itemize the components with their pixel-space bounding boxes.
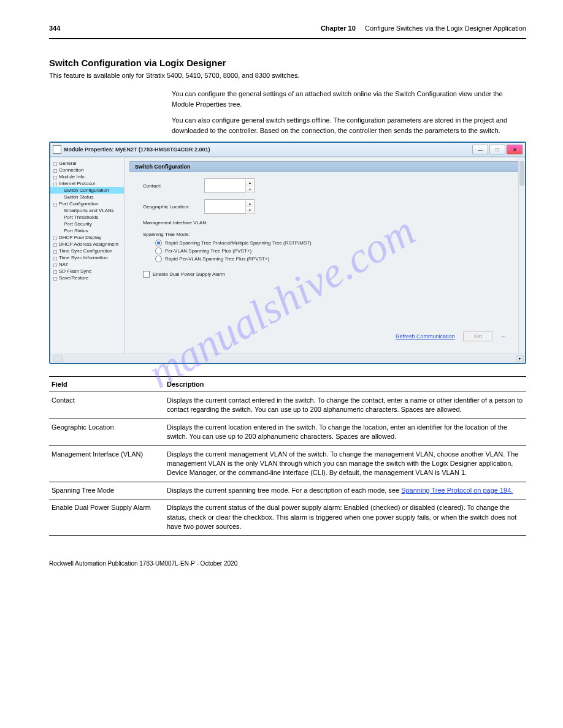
- section-para1: You can configure the general settings o…: [172, 89, 526, 109]
- nav-item-time-sync-information[interactable]: Time Sync Information: [50, 254, 124, 261]
- section-para2: You can also configure general switch se…: [172, 115, 526, 135]
- table-desc: Displays the current contact entered in …: [164, 392, 526, 419]
- nav-item-port-status[interactable]: Port Status: [50, 227, 124, 234]
- spin-down-icon[interactable]: ▾: [246, 186, 253, 193]
- table-desc: Displays the current status of the dual …: [164, 499, 526, 536]
- horizontal-scrollbar[interactable]: ▸: [50, 354, 525, 363]
- pane-title: Switch Configuration: [129, 161, 519, 172]
- table-row: Spanning Tree ModeDisplays the current s…: [49, 482, 526, 499]
- contact-label: Contact:: [143, 183, 204, 189]
- set-button[interactable]: Set: [463, 332, 492, 341]
- spin-down-icon[interactable]: ▾: [246, 207, 253, 214]
- nav-item-switch-status[interactable]: Switch Status: [50, 194, 124, 200]
- nav-item-general[interactable]: General: [50, 160, 124, 167]
- table-field: Spanning Tree Mode: [49, 482, 164, 499]
- module-properties-window: Module Properties: MyEN2T (1783-HMS8TG4C…: [49, 142, 526, 364]
- spanning-tree-radio-label: Per-VLAN Spanning Tree Plus (PVST+): [165, 248, 251, 254]
- contact-input[interactable]: ▴▾: [204, 178, 255, 193]
- geographic-location-input[interactable]: ▴▾: [204, 199, 255, 214]
- refresh-communication-link[interactable]: Refresh Communication: [396, 333, 455, 339]
- chapter-label: Chapter 10: [321, 25, 356, 32]
- cross-reference-link[interactable]: Spanning Tree Protocol on page 194.: [401, 487, 513, 494]
- titlebar: Module Properties: MyEN2T (1783-HMS8TG4C…: [50, 143, 525, 157]
- table-row: Management Interface (VLAN)Displays the …: [49, 446, 526, 482]
- table-row: Geographic LocationDisplays the current …: [49, 419, 526, 446]
- nav-item-dhcp-pool-display[interactable]: DHCP Pool Display: [50, 234, 124, 241]
- nav-item-port-thresholds[interactable]: Port Thresholds: [50, 214, 124, 221]
- dual-power-label: Enable Dual Power Supply Alarm: [153, 271, 225, 277]
- spanning-tree-radio[interactable]: [155, 256, 162, 262]
- table-field: Management Interface (VLAN): [49, 446, 164, 482]
- nav-item-connection[interactable]: Connection: [50, 167, 124, 173]
- nav-item-internet-protocol[interactable]: Internet Protocol: [50, 180, 124, 187]
- table-head-desc: Description: [164, 377, 526, 392]
- vertical-scrollbar[interactable]: [518, 157, 525, 354]
- section-title: Switch Configuration via Logix Designer: [49, 58, 526, 68]
- nav-tree: GeneralConnectionModule InfoInternet Pro…: [50, 157, 124, 354]
- nav-item-dhcp-address-assignment[interactable]: DHCP Address Assignment: [50, 241, 124, 248]
- geographic-location-label: Geographic Location:: [143, 204, 204, 210]
- spanning-tree-radio-label: Rapid Per-VLAN Spanning Tree Plus (RPVST…: [165, 256, 269, 262]
- table-field: Enable Dual Power Supply Alarm: [49, 499, 164, 536]
- table-field: Geographic Location: [49, 419, 164, 446]
- window-title: Module Properties: MyEN2T (1783-HMS8TG4C…: [64, 146, 210, 153]
- nav-item-nat[interactable]: NAT: [50, 261, 124, 268]
- nav-item-port-configuration[interactable]: Port Configuration: [50, 200, 124, 207]
- table-desc: Displays the current management VLAN of …: [164, 446, 526, 482]
- spanning-tree-radio[interactable]: [155, 248, 162, 254]
- content-pane: Switch Configuration Contact: ▴▾ Geograp…: [124, 157, 525, 354]
- maximize-button[interactable]: □: [489, 145, 505, 154]
- spanning-tree-radio-label: Rapid Spanning Tree Protocol/Multiple Sp…: [165, 240, 312, 246]
- page-number-top: 344: [49, 25, 60, 32]
- field-description-table: Field Description ContactDisplays the cu…: [49, 376, 526, 536]
- table-field: Contact: [49, 392, 164, 419]
- table-row: Enable Dual Power Supply AlarmDisplays t…: [49, 499, 526, 536]
- section-note: This feature is available only for Strat…: [49, 72, 526, 79]
- spanning-tree-label: Spanning Tree Mode:: [143, 232, 525, 237]
- publication-id: Rockwell Automation Publication 1783-UM0…: [49, 560, 237, 567]
- nav-item-time-sync-configuration[interactable]: Time Sync Configuration: [50, 248, 124, 254]
- nav-item-port-security[interactable]: Port Security: [50, 221, 124, 227]
- nav-item-save-restore[interactable]: Save/Restore: [50, 275, 124, 281]
- spin-up-icon[interactable]: ▴: [246, 180, 253, 186]
- management-vlan-label: Management Interface VLAN:: [143, 220, 235, 226]
- table-row: ContactDisplays the current contact ente…: [49, 392, 526, 419]
- minimize-button[interactable]: —: [472, 145, 488, 154]
- nav-item-sd-flash-sync[interactable]: SD Flash Sync: [50, 268, 124, 275]
- back-arrow-icon[interactable]: ←: [501, 333, 507, 339]
- breadcrumb: Configure Switches via the Logix Designe…: [365, 25, 526, 32]
- nav-item-switch-configuration[interactable]: Switch Configuration: [50, 187, 124, 194]
- dual-power-checkbox[interactable]: [143, 271, 150, 278]
- table-desc: Displays the current spanning tree mode.…: [164, 482, 526, 499]
- table-desc: Displays the current location entered in…: [164, 419, 526, 446]
- table-head-field: Field: [49, 377, 164, 392]
- spin-up-icon[interactable]: ▴: [246, 200, 253, 207]
- nav-item-module-info[interactable]: Module Info: [50, 173, 124, 180]
- close-button[interactable]: ✕: [507, 145, 523, 154]
- nav-item-smartports-and-vlans[interactable]: Smartports and VLANs: [50, 207, 124, 214]
- app-icon: [53, 145, 61, 154]
- spanning-tree-radio[interactable]: [155, 240, 162, 246]
